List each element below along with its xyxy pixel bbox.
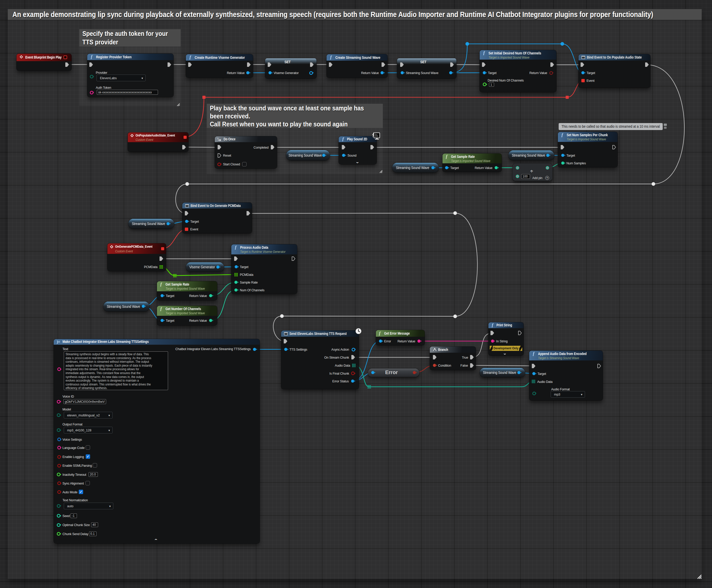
svg-text:1: 1 <box>217 137 219 140</box>
